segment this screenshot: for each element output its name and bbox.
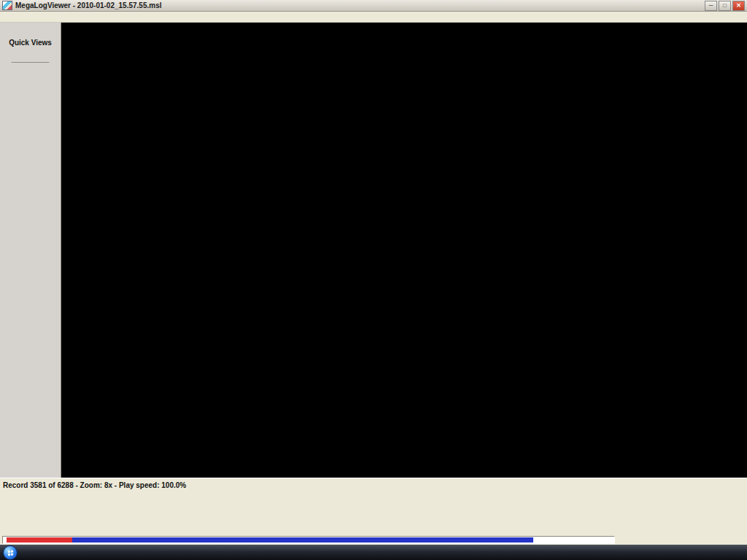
quick-views-label: Quick Views bbox=[0, 39, 61, 47]
sidebar: Quick Views –––– –––– bbox=[0, 23, 61, 478]
log-scrollbar-thumb[interactable] bbox=[72, 537, 533, 542]
minimize-button[interactable]: ─ bbox=[705, 1, 717, 11]
titlebar: MegaLogViewer - 2010-01-02_15.57.55.msl … bbox=[0, 0, 747, 12]
transport-bar bbox=[0, 535, 747, 545]
taskbar bbox=[0, 545, 747, 560]
record-status-bar: Record 3581 of 6288 - Zoom: 8x - Play sp… bbox=[0, 478, 747, 491]
window-buttons: ─ □ ✕ bbox=[705, 1, 745, 11]
maximize-button[interactable]: □ bbox=[719, 1, 731, 11]
menubar bbox=[0, 12, 747, 23]
main: Quick Views –––– –––– bbox=[0, 23, 747, 478]
log-scrollbar-played-segment bbox=[7, 537, 72, 542]
log-scrollbar-track[interactable] bbox=[2, 536, 615, 544]
gauge-panel bbox=[0, 491, 747, 535]
window-title: MegaLogViewer - 2010-01-02_15.57.55.msl bbox=[15, 1, 705, 9]
record-status-text: Record 3581 of 6288 - Zoom: 8x - Play sp… bbox=[3, 481, 186, 489]
quick-views-placeholder[interactable]: –––– –––– bbox=[0, 58, 61, 66]
start-button[interactable] bbox=[3, 545, 18, 560]
graph-area bbox=[61, 23, 747, 478]
megalogviewer-window: MegaLogViewer - 2010-01-02_15.57.55.msl … bbox=[0, 0, 747, 560]
windows-logo-icon bbox=[8, 550, 13, 556]
app-icon bbox=[2, 1, 12, 10]
close-button[interactable]: ✕ bbox=[732, 1, 745, 11]
